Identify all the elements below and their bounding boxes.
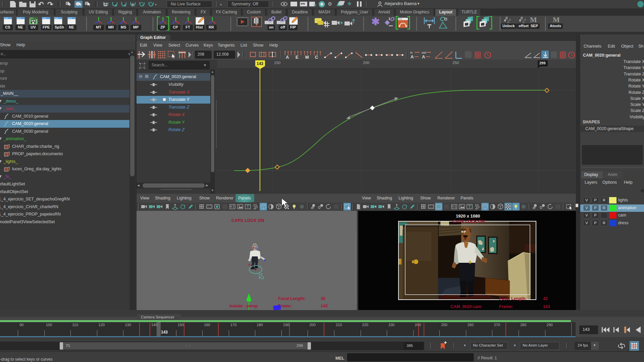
- svg-text:A: A: [286, 55, 289, 59]
- svg-text:C: C: [315, 55, 318, 59]
- svg-text:M: M: [305, 55, 309, 59]
- svg-text:A: A: [411, 54, 414, 59]
- svg-text:CAPS LOCK ON: CAPS LOCK ON: [452, 219, 485, 224]
- svg-text:A: A: [422, 54, 425, 59]
- svg-text:in: in: [410, 51, 413, 54]
- svg-text:Focal Length:: Focal Length:: [499, 296, 527, 301]
- svg-text:42: 42: [543, 296, 548, 301]
- svg-text:CAM_0020:cam: CAM_0020:cam: [450, 304, 481, 309]
- svg-text:Frame:: Frame:: [499, 304, 513, 309]
- svg-text:out: out: [422, 51, 426, 54]
- svg-text:E: E: [296, 55, 299, 59]
- svg-text:644 x 362: 644 x 362: [456, 214, 480, 219]
- svg-text:143: 143: [543, 304, 550, 309]
